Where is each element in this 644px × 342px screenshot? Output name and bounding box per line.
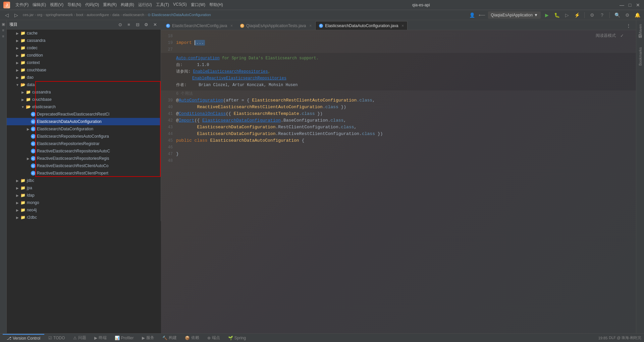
help-button[interactable]: ?	[598, 11, 606, 19]
tree-item-es-repos-reg[interactable]: C ElasticsearchRepositoriesRegistrar	[7, 140, 161, 147]
menu-view[interactable]: 视图(V)	[50, 2, 63, 8]
tab-close-2[interactable]: ×	[309, 23, 312, 28]
bc-org[interactable]: org	[37, 13, 42, 17]
tree-item-es-repos-auto[interactable]: C ElasticsearchRepositoriesAutoConfigura	[7, 133, 161, 140]
git-icon[interactable]: 👤	[468, 11, 476, 19]
tree-item-ldap[interactable]: ▶ 📁 ldap	[7, 192, 161, 199]
settings-button[interactable]: ⚙	[588, 11, 596, 19]
tree-item-r2dbc[interactable]: ▶ 📁 r2dbc	[7, 214, 161, 221]
btab-services[interactable]: ▶ 服务	[138, 334, 158, 342]
editor-content[interactable]: 阅读器模式 ✓ 18 19 import	[161, 30, 636, 333]
profile-button[interactable]: ⚡	[573, 11, 581, 19]
tree-item-elasticsearch-data-auto[interactable]: C ElasticsearchDataAutoConfiguration	[7, 118, 161, 125]
btab-problems[interactable]: ⚠ 问题	[69, 334, 90, 342]
menu-refactor[interactable]: 重构(R)	[103, 2, 117, 8]
tree-toggle-data-couchbase[interactable]: ▶	[20, 97, 25, 102]
sidebar-settings-icon[interactable]: ⚙	[143, 21, 150, 28]
maximize-button[interactable]: □	[627, 2, 633, 8]
bc-jar[interactable]: ces.jar	[23, 13, 34, 17]
tree-toggle-condition[interactable]: ▶	[15, 53, 20, 58]
tree-item-data-cassandra[interactable]: ▶ 📁 cassandra	[7, 88, 161, 96]
tree-toggle-cache[interactable]: ▶	[15, 30, 20, 36]
left-icon2[interactable]: ≡	[1, 27, 6, 33]
right-panel-bookmarks[interactable]: Bookmarks	[638, 45, 642, 68]
ann-autoconfiguration-link[interactable]: AutoConfiguration	[179, 98, 223, 103]
notifications-button[interactable]: 🔔	[633, 11, 641, 19]
sidebar-hide-icon[interactable]: ✕	[152, 21, 158, 28]
debug-button[interactable]: 🐛	[553, 11, 561, 19]
tree-item-data-elasticsearch[interactable]: ▼ 📂 elasticsearch	[7, 103, 161, 111]
minimize-button[interactable]: —	[619, 2, 625, 8]
tree-toggle-codec[interactable]: ▶	[15, 45, 20, 51]
menu-help[interactable]: 帮助(H)	[209, 2, 223, 8]
tree-toggle-ldap[interactable]: ▶	[15, 193, 20, 198]
tree-item-reactive-rest-auto[interactable]: C ReactiveElasticsearchRestClientAutoCo	[7, 162, 161, 169]
btab-version-control[interactable]: ⎇ Version Control	[3, 334, 44, 342]
coverage-button[interactable]: ▷	[563, 11, 571, 19]
toolbar-back-button[interactable]: ◁	[3, 11, 11, 19]
btab-terminal[interactable]: ▶ 终端	[90, 334, 111, 342]
tree-toggle-data-elasticsearch[interactable]: ▼	[20, 104, 25, 110]
left-icon3[interactable]: ≡	[1, 33, 6, 39]
menu-run[interactable]: 运行(U)	[138, 2, 152, 8]
search-button[interactable]: 🔍	[613, 11, 621, 19]
reader-mode-button[interactable]: ✓	[618, 31, 626, 40]
tree-toggle-dao[interactable]: ▶	[15, 75, 20, 80]
preferences-button[interactable]: ⚙	[623, 11, 631, 19]
run-config-selector[interactable]: QiaqiaEsApiApplication ▼	[488, 11, 541, 19]
class-import-link[interactable]: ElasticsearchDataConfiguration	[202, 118, 281, 123]
tree-item-es-data-config[interactable]: ▶ C ElasticsearchDataConfiguration	[7, 125, 161, 133]
tree-toggle-cassandra[interactable]: ▶	[15, 38, 20, 43]
tab-overflow-icon[interactable]: ⋮	[625, 22, 632, 29]
close-button[interactable]: ✕	[635, 2, 641, 8]
tree-item-neo4j[interactable]: ▶ 📁 neo4j	[7, 206, 161, 214]
tree-item-jdbc[interactable]: ▶ 📁 jdbc	[7, 177, 161, 184]
line-content-19[interactable]: import ...	[176, 40, 636, 46]
tree-item-jpa[interactable]: ▶ 📁 jpa	[7, 184, 161, 192]
tree-item-reactive-repos-auto[interactable]: C ReactiveElasticsearchRepositoriesAutoC	[7, 147, 161, 155]
btab-spring[interactable]: 🌱 Spring	[224, 334, 250, 342]
tab-close-1[interactable]: ×	[230, 23, 233, 28]
menu-file[interactable]: 文件(F)	[15, 2, 29, 8]
menu-navigate[interactable]: 导航(N)	[67, 2, 81, 8]
tree-toggle-mongo[interactable]: ▶	[15, 200, 20, 205]
tab-elasticsearch-data-auto[interactable]: C ElasticsearchDataAutoConfiguration.jav…	[315, 21, 408, 30]
left-panel-icon[interactable]: ▣	[1, 21, 6, 27]
tab-close-3[interactable]: ×	[401, 23, 404, 28]
tree-item-reactive-repos-reg[interactable]: ▶ C ReactiveElasticsearchRepositoriesReg…	[7, 155, 161, 162]
menu-code[interactable]: 代码(O)	[85, 2, 99, 8]
tree-item-cassandra[interactable]: ▶ 📁 cassandra	[7, 37, 161, 44]
right-panel-structure[interactable]: 结构	[638, 39, 643, 44]
bc-autoconfigure[interactable]: autoconfigure	[87, 13, 109, 17]
bc-elasticsearch[interactable]: elasticsearch	[123, 13, 144, 17]
tree-toggle-data[interactable]: ▼	[15, 82, 20, 87]
usage-count[interactable]: 6 个用法	[176, 90, 193, 97]
menu-vcs[interactable]: VCS(S)	[173, 2, 187, 8]
btab-build[interactable]: 🔨 构建	[158, 334, 181, 342]
tree-toggle-neo4j[interactable]: ▶	[15, 207, 20, 213]
tree-toggle-r2dbc[interactable]: ▶	[15, 215, 20, 220]
javadoc-see-link1[interactable]: EnableElasticsearchRepositories	[193, 69, 268, 74]
sidebar-expand-icon[interactable]: ≡	[125, 21, 132, 28]
menu-build[interactable]: 构建(B)	[121, 2, 134, 8]
btab-profiler[interactable]: 📊 Profiler	[111, 334, 138, 342]
btab-todo[interactable]: ☑ TODO	[44, 334, 69, 342]
tree-toggle-reactive-reg[interactable]: ▶	[25, 156, 31, 161]
tree-item-data-couchbase[interactable]: ▶ 📁 couchbase	[7, 96, 161, 103]
ann-conditional-link[interactable]: ConditionalOnClass	[179, 111, 226, 116]
tab-qiaqia-tests[interactable]: C QiaqiaEsApiApplicationTests.java ×	[236, 21, 315, 30]
sidebar-collapse-icon[interactable]: ⊟	[134, 21, 141, 28]
bc-springframework[interactable]: springframework	[46, 13, 73, 17]
sidebar-locate-icon[interactable]: ⊙	[117, 21, 123, 28]
tree-toggle-context[interactable]: ▶	[15, 60, 20, 65]
tree-item-condition[interactable]: ▶ 📁 condition	[7, 52, 161, 59]
tree-toggle-data-cassandra[interactable]: ▶	[20, 89, 25, 95]
right-panel-maven[interactable]: Maven	[638, 21, 642, 38]
run-button[interactable]: ▶	[543, 11, 551, 19]
import-collapse[interactable]: ...	[195, 40, 205, 46]
bc-data[interactable]: data	[112, 13, 119, 17]
tree-item-cache[interactable]: ▶ 📁 cache	[7, 29, 161, 37]
menu-window[interactable]: 窗口(W)	[191, 2, 205, 8]
tree-item-deprecated[interactable]: C DeprecatedReactiveElasticsearchRestCl	[7, 111, 161, 118]
tree-item-codec[interactable]: ▶ 📁 codec	[7, 44, 161, 52]
